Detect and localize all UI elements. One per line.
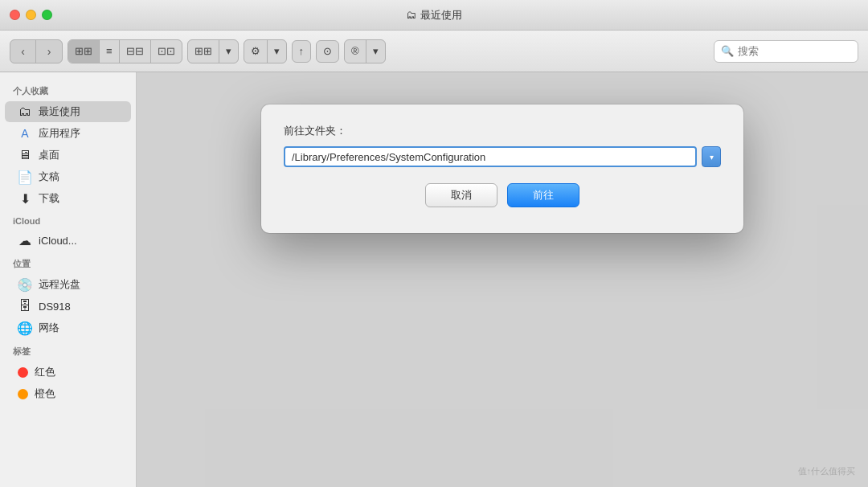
marked-group: ® ▾	[344, 39, 386, 63]
tags-section-header: 标签	[0, 339, 136, 361]
view-list-button[interactable]: ≡	[99, 40, 119, 63]
group-button-group: ⊞⊞ ▾	[187, 39, 239, 63]
marked-icon: ®	[351, 45, 359, 57]
title-icon: 🗂	[406, 9, 416, 21]
view-cover-button[interactable]: ⊡⊡	[150, 40, 182, 63]
sidebar-item-red-tag-label: 红色	[35, 365, 55, 379]
search-box: 🔍	[714, 40, 858, 63]
minimize-button[interactable]	[26, 10, 36, 20]
search-icon: 🔍	[721, 45, 734, 57]
sidebar-item-desktop[interactable]: 🖥 桌面	[5, 145, 131, 166]
actions-dropdown-button[interactable]: ▾	[267, 40, 286, 63]
group-icon: ⊞⊞	[194, 45, 212, 57]
view-list-icon: ≡	[106, 45, 113, 57]
window-title: 🗂 最近使用	[406, 8, 462, 23]
modal-overlay: 前往文件夹： ▾ 取消 前往	[137, 72, 868, 487]
sidebar-item-icloud[interactable]: ☁ iCloud...	[5, 230, 131, 251]
dialog-input-row: ▾	[284, 146, 721, 167]
tag-icon: ⊙	[323, 45, 332, 57]
orange-tag-dot	[18, 389, 28, 399]
sidebar-item-apps[interactable]: A 应用程序	[5, 123, 131, 144]
maximize-button[interactable]	[42, 10, 52, 20]
share-button[interactable]: ↑	[292, 40, 312, 63]
gear-icon: ⚙	[251, 45, 260, 57]
toolbar: ‹ › ⊞⊞ ≡ ⊟⊟ ⊡⊡ ⊞⊞ ▾ ⚙ ▾ ↑ ⊙ ®	[0, 31, 868, 72]
marked-button[interactable]: ®	[345, 40, 366, 63]
share-icon: ↑	[299, 45, 305, 57]
ds918-icon: 🗄	[18, 299, 32, 313]
goto-button[interactable]: 前往	[507, 183, 579, 207]
view-columns-icon: ⊟⊟	[126, 45, 144, 57]
view-columns-button[interactable]: ⊟⊟	[119, 40, 150, 63]
icloud-section-header: iCloud	[0, 210, 136, 229]
remote-disc-icon: 💿	[18, 277, 32, 292]
dialog-label: 前往文件夹：	[284, 124, 721, 138]
sidebar-item-downloads[interactable]: ⬇ 下载	[5, 188, 131, 209]
title-bar: 🗂 最近使用	[0, 0, 868, 31]
icloud-icon: ☁	[18, 233, 32, 248]
group-dropdown-button[interactable]: ▾	[219, 40, 238, 63]
sidebar-item-remote-disc[interactable]: 💿 远程光盘	[5, 274, 131, 295]
goto-folder-dialog: 前往文件夹： ▾ 取消 前往	[261, 104, 743, 233]
sidebar-item-network-label: 网络	[39, 321, 59, 335]
view-cover-icon: ⊡⊡	[158, 45, 175, 57]
view-group: ⊞⊞ ≡ ⊟⊟ ⊡⊡	[68, 39, 182, 63]
marked-dropdown-button[interactable]: ▾	[366, 40, 385, 63]
sidebar-item-ds918[interactable]: 🗄 DS918	[5, 296, 131, 317]
sidebar-item-red-tag[interactable]: 红色	[5, 362, 131, 383]
tags-button[interactable]: ⊙	[316, 40, 339, 63]
main-content: 个人收藏 🗂 最近使用 A 应用程序 🖥 桌面 📄 文稿 ⬇ 下载 iCloud…	[0, 72, 868, 487]
view-icons-button[interactable]: ⊞⊞	[68, 40, 99, 63]
actions-button[interactable]: ⚙	[244, 40, 267, 63]
network-icon: 🌐	[18, 321, 32, 335]
dialog-buttons: 取消 前往	[284, 183, 721, 207]
personal-section-header: 个人收藏	[0, 79, 136, 100]
back-button[interactable]: ‹	[10, 40, 36, 63]
forward-button[interactable]: ›	[36, 40, 62, 63]
sidebar-item-desktop-label: 桌面	[39, 148, 59, 162]
sidebar-item-orange-tag[interactable]: 橙色	[5, 383, 131, 404]
sidebar-item-remote-disc-label: 远程光盘	[39, 277, 80, 292]
sidebar-item-downloads-label: 下载	[39, 191, 59, 206]
close-button[interactable]	[10, 10, 20, 20]
sidebar-item-ds918-label: DS918	[39, 301, 71, 313]
chevron-down-icon: ▾	[710, 153, 714, 162]
sidebar-item-icloud-label: iCloud...	[39, 235, 77, 247]
search-input[interactable]	[738, 45, 850, 57]
sidebar-item-recents[interactable]: 🗂 最近使用	[5, 101, 131, 122]
view-icons-icon: ⊞⊞	[75, 45, 92, 57]
sidebar-item-network[interactable]: 🌐 网络	[5, 317, 131, 338]
docs-icon: 📄	[18, 170, 32, 184]
downloads-icon: ⬇	[18, 191, 32, 206]
location-section-header: 位置	[0, 252, 136, 273]
apps-icon: A	[18, 126, 32, 141]
cancel-button[interactable]: 取消	[425, 183, 497, 207]
folder-path-dropdown-button[interactable]: ▾	[702, 146, 721, 167]
sidebar-item-docs[interactable]: 📄 文稿	[5, 166, 131, 187]
traffic-lights	[10, 10, 52, 20]
nav-buttons: ‹ ›	[10, 39, 63, 63]
desktop-icon: 🖥	[18, 148, 32, 162]
sidebar-item-docs-label: 文稿	[39, 170, 59, 184]
watermark: 值↑什么值得买	[798, 465, 856, 477]
actions-group: ⚙ ▾	[244, 39, 287, 63]
folder-path-input[interactable]	[284, 146, 697, 167]
red-tag-dot	[18, 367, 28, 378]
sidebar-item-apps-label: 应用程序	[39, 126, 80, 141]
group-button[interactable]: ⊞⊞	[188, 40, 219, 63]
content-area: 前往文件夹： ▾ 取消 前往 值↑什么值得买	[137, 72, 868, 487]
sidebar: 个人收藏 🗂 最近使用 A 应用程序 🖥 桌面 📄 文稿 ⬇ 下载 iCloud…	[0, 72, 137, 487]
sidebar-item-orange-tag-label: 橙色	[35, 387, 55, 401]
recents-icon: 🗂	[18, 104, 32, 119]
sidebar-item-recents-label: 最近使用	[39, 104, 80, 119]
